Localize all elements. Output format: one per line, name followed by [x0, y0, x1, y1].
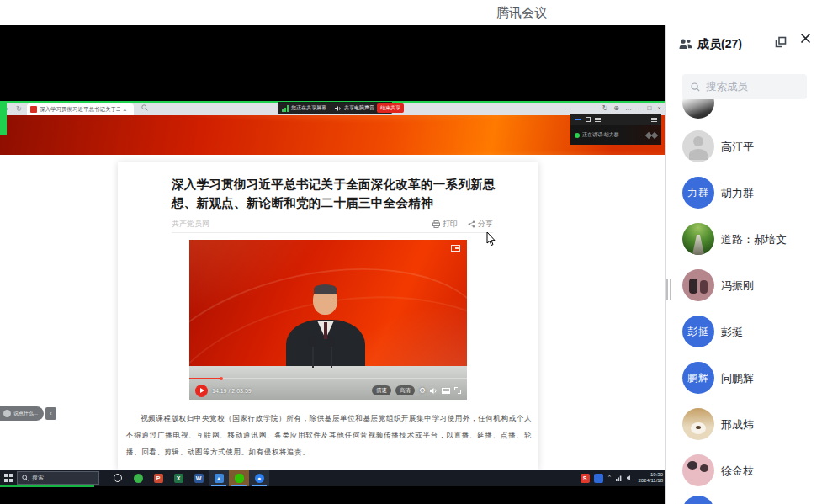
member-name: 徐金枝	[721, 448, 754, 494]
clock-time: 19:30	[638, 472, 663, 478]
tray-expand-icon[interactable]: ⌃	[607, 475, 613, 481]
browser-more-icon[interactable]: …	[625, 104, 632, 112]
stop-share-button[interactable]: 结束共享	[377, 103, 404, 113]
member-avatar	[682, 454, 714, 486]
volume-icon[interactable]	[430, 387, 438, 395]
word-icon[interactable]: W	[188, 470, 209, 486]
browser-refresh-icon[interactable]: ↻	[16, 104, 22, 114]
member-name: 彭挺	[721, 309, 743, 355]
member-name: 问鹏辉	[721, 355, 754, 401]
taskbar-search[interactable]: 搜索	[17, 471, 99, 485]
clock-date: 2024/11/18	[638, 478, 663, 484]
emoji-icon	[3, 410, 11, 417]
theater-mode-icon[interactable]	[442, 388, 450, 394]
microphone-icon	[331, 346, 332, 368]
panel-resize-handle[interactable]	[666, 279, 673, 300]
share-button[interactable]: 分享	[468, 219, 493, 230]
maximize-icon[interactable]	[586, 117, 591, 122]
photos-app-icon[interactable]: ▲	[209, 470, 229, 486]
video-player[interactable]: 14:19 / 2:03:59 倍速 高清 ⚙	[189, 240, 467, 400]
floating-meeting-window[interactable]: 正在讲话:胡力群	[570, 114, 661, 145]
collapse-button[interactable]: ‹	[45, 407, 56, 420]
share-audio-text: 共享电脑声音	[344, 104, 374, 112]
member-row[interactable]: 鹏辉问鹏辉	[666, 355, 822, 401]
member-row[interactable]: 冯振刚	[666, 263, 822, 309]
share-label: 分享	[478, 219, 493, 230]
excel-icon[interactable]: X	[168, 470, 188, 486]
browser-tab[interactable]: 深入学习贯彻习近平总书记关于二十届... ×	[27, 103, 134, 115]
search-icon	[691, 82, 700, 93]
member-row[interactable]: 邢成炜	[666, 401, 822, 448]
wechat-icon[interactable]	[229, 470, 249, 486]
member-name: 冯振刚	[721, 263, 754, 309]
browser-sync-icon[interactable]: ↻	[602, 104, 608, 112]
member-search-box[interactable]	[682, 74, 807, 99]
speed-button[interactable]: 倍速	[372, 385, 391, 395]
cortana-icon[interactable]	[108, 470, 128, 486]
video-time: 14:19 / 2:03:59	[212, 388, 252, 394]
settings-gear-icon[interactable]: ⚙	[419, 386, 426, 395]
member-search-input[interactable]	[706, 81, 798, 93]
member-row[interactable]: 道路：郝培文	[666, 216, 822, 263]
tab-close-icon[interactable]: ×	[123, 106, 127, 114]
video-progress-bar[interactable]	[189, 378, 467, 379]
tray-app-icon[interactable]	[594, 474, 603, 483]
network-icon[interactable]	[616, 475, 623, 481]
minimize-icon[interactable]	[575, 119, 581, 120]
volume-tray-icon[interactable]	[627, 475, 634, 481]
member-avatar: 鹏辉	[682, 362, 714, 394]
browser-globe-icon[interactable]: ⊕	[613, 104, 619, 112]
start-button-icon[interactable]	[4, 474, 13, 482]
quality-button[interactable]: 高清	[395, 385, 415, 395]
member-avatar-partial	[682, 496, 714, 504]
browser-close-icon[interactable]: ×	[657, 104, 661, 112]
copyright-text: 视频课程版权归中央党校（国家行政学院）所有，除供基层单位和基层党组织开展集中学习…	[126, 410, 532, 460]
divider	[172, 232, 493, 233]
article-meta: 共产党员网 打印 分享	[172, 219, 493, 230]
floating-window-titlebar	[570, 114, 661, 125]
taskbar-search-placeholder: 搜索	[32, 474, 44, 482]
taskbar-clock[interactable]: 19:30 2024/11/18	[638, 472, 663, 484]
windows-taskbar: 搜索 P X W ▲ ● S ⌃	[0, 470, 665, 486]
chat-placeholder: 说点什么...	[13, 410, 38, 417]
browser-search-icon[interactable]	[141, 104, 148, 111]
play-button[interactable]	[195, 385, 208, 397]
window-title-bar: 腾讯会议	[0, 0, 822, 25]
member-name: 道路：郝培文	[721, 216, 787, 263]
members-panel: 成员(27) 高江平力群胡力群道路：郝培文冯振刚彭挺彭挺鹏辉问鹏辉邢成炜徐金枝	[665, 25, 822, 504]
fullscreen-icon[interactable]	[454, 387, 461, 394]
close-panel-icon[interactable]	[800, 33, 811, 44]
tab-favicon	[30, 106, 37, 113]
letterbox-bottom	[0, 486, 665, 504]
browser-restore-icon[interactable]: □	[647, 104, 651, 112]
member-avatar: 彭挺	[682, 316, 714, 347]
signal-icon	[282, 105, 289, 112]
menu-icon[interactable]	[595, 118, 601, 122]
print-button[interactable]: 打印	[432, 219, 458, 230]
app-title: 腾讯会议	[471, 5, 572, 21]
members-icon	[679, 39, 693, 50]
member-name: 胡力群	[721, 170, 754, 216]
members-panel-title: 成员(27)	[697, 37, 742, 52]
member-row[interactable]: 彭挺彭挺	[666, 309, 822, 355]
member-row[interactable]: 徐金枝	[666, 448, 822, 494]
sogou-icon[interactable]: S	[581, 474, 590, 483]
speaking-indicator-icon	[575, 133, 580, 138]
chat-bubble[interactable]: 说点什么... ‹	[0, 406, 56, 421]
web-fullscreen-icon[interactable]	[451, 245, 460, 252]
member-list-icon[interactable]	[651, 118, 657, 122]
meeting-app-icon[interactable]: ●	[249, 470, 269, 486]
browser-minimize-icon[interactable]: –	[638, 104, 641, 112]
member-row[interactable]: 高江平	[666, 124, 822, 170]
powerpoint-icon[interactable]: P	[148, 470, 168, 486]
popout-icon[interactable]	[775, 36, 787, 48]
article-source: 共产党员网	[172, 219, 209, 230]
article-title: 深入学习贯彻习近平总书记关于全面深化改革的一系列新思想、新观点、新论断和党的二十…	[172, 175, 496, 213]
tab-title: 深入学习贯彻习近平总书记关于二十届...	[40, 106, 120, 114]
share-border-left	[0, 103, 7, 135]
member-row[interactable]: 力群胡力群	[666, 170, 822, 216]
browser-app-icon[interactable]	[128, 470, 148, 486]
share-status-text: 您正在共享屏幕	[291, 104, 326, 112]
taskbar-apps: P X W ▲ ●	[108, 470, 269, 486]
member-avatar: 力群	[682, 177, 714, 209]
